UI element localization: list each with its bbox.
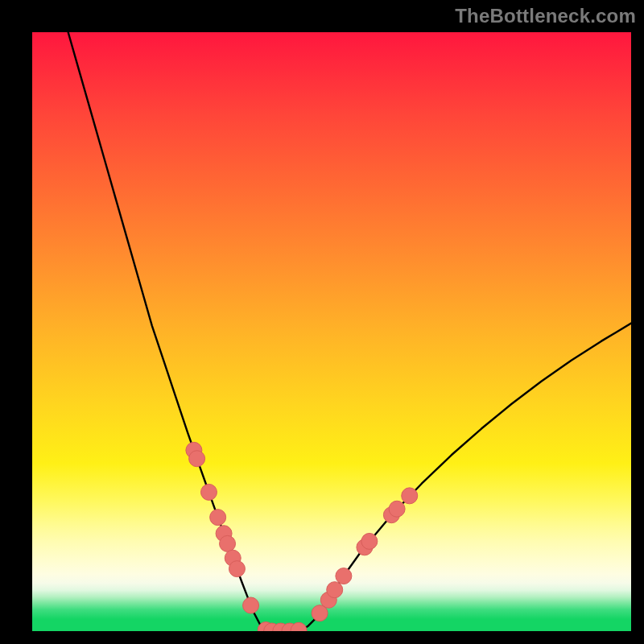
data-dot — [402, 488, 418, 504]
data-dot — [389, 501, 405, 517]
data-dot — [200, 484, 217, 500]
bottleneck-curve — [68, 32, 631, 631]
watermark-text: TheBottleneck.com — [455, 5, 636, 27]
plot-area — [32, 32, 631, 631]
data-dot — [220, 535, 236, 551]
data-dot — [336, 568, 352, 584]
chart-frame: TheBottleneck.com — [0, 0, 644, 644]
data-dot — [210, 510, 226, 526]
data-dot — [327, 582, 343, 598]
data-dot — [361, 533, 378, 549]
data-dot — [189, 451, 205, 467]
chart-svg — [32, 32, 631, 631]
data-dot — [229, 561, 245, 577]
data-dot — [243, 597, 259, 613]
